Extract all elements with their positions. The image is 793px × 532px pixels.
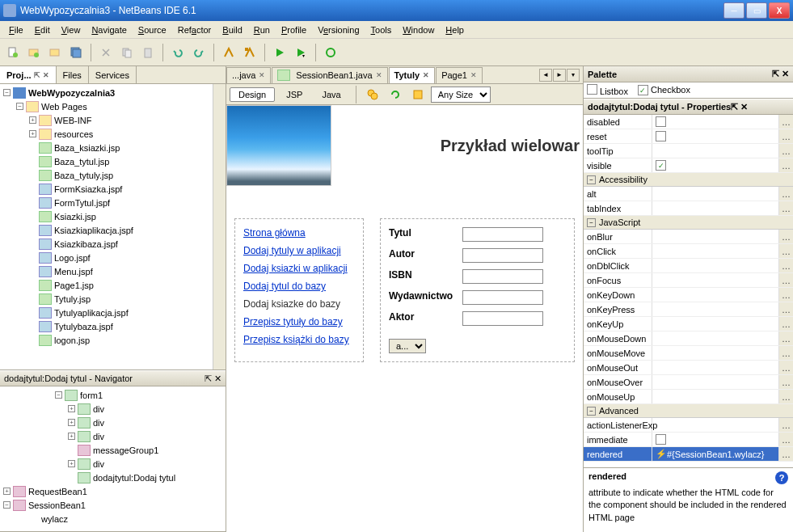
debug-button[interactable]: ▾ xyxy=(291,43,310,62)
pin-icon[interactable]: ⇱ xyxy=(731,102,738,112)
close-icon[interactable]: ✕ xyxy=(740,102,748,112)
design-canvas[interactable]: Przykład wielowar Strona głównaDodaj tyt… xyxy=(226,105,583,532)
scroll-right-button[interactable]: ► xyxy=(553,69,566,82)
property-row[interactable]: toolTip… xyxy=(584,144,793,158)
menu-profile[interactable]: Profile xyxy=(276,23,312,36)
pin-icon[interactable]: ⇱ xyxy=(34,71,40,79)
property-row[interactable]: onBlur… xyxy=(584,230,793,244)
tree-item[interactable]: +RequestBean1 xyxy=(2,484,224,498)
dropdown-button[interactable]: ▾ xyxy=(567,69,580,82)
property-row[interactable]: onKeyUp… xyxy=(584,317,793,331)
palette-body[interactable]: Listbox ✓ Checkbox xyxy=(584,82,793,99)
menu-navigate[interactable]: Navigate xyxy=(86,23,132,36)
tab-projects[interactable]: Proj... ⇱ ✕ xyxy=(0,66,57,83)
tree-item[interactable]: Page1.jsp xyxy=(2,278,224,292)
property-row[interactable]: tabIndex… xyxy=(584,201,793,216)
properties-table[interactable]: disabled…reset…toolTip…visible✓…−Accessi… xyxy=(584,115,793,467)
form-select[interactable]: a... xyxy=(389,339,426,353)
property-row[interactable]: onFocus… xyxy=(584,273,793,288)
build-button[interactable] xyxy=(219,43,238,62)
navigator-panel[interactable]: −form1+div+div+divmessageGroup1+divdodaj… xyxy=(0,386,226,532)
cut-button[interactable] xyxy=(96,43,116,62)
form-input[interactable] xyxy=(462,311,543,326)
tree-item[interactable]: Baza_ksiazki.jsp xyxy=(2,141,224,154)
tree-item[interactable]: +div xyxy=(2,429,224,443)
tree-item[interactable]: wylacz xyxy=(2,512,224,526)
tree-item[interactable]: Tytulybaza.jspf xyxy=(2,319,224,333)
menu-edit[interactable]: Edit xyxy=(29,23,56,36)
open-project-button[interactable] xyxy=(45,43,65,62)
nav-link[interactable]: Dodaj tytuly w aplikacji xyxy=(243,245,355,256)
nav-link[interactable]: Dodaj ksiazki w aplikacji xyxy=(243,263,355,274)
tab-page1[interactable]: Page1✕ xyxy=(436,67,483,83)
close-icon[interactable]: ✕ xyxy=(43,71,49,79)
menu-tools[interactable]: Tools xyxy=(365,23,398,36)
new-file-button[interactable] xyxy=(3,43,23,62)
tree-item[interactable]: FormKsiazka.jspf xyxy=(2,182,224,196)
paste-button[interactable] xyxy=(138,43,158,62)
redo-button[interactable] xyxy=(189,43,209,62)
run-button[interactable] xyxy=(270,43,289,62)
menu-versioning[interactable]: Versioning xyxy=(312,23,365,36)
tree-item[interactable]: Ksiazki.jsp xyxy=(2,209,224,223)
close-button[interactable]: X xyxy=(769,2,790,19)
preview-button[interactable] xyxy=(363,85,382,104)
tree-item[interactable]: Tytulyaplikacja.jspf xyxy=(2,306,224,319)
tree-item[interactable]: +div xyxy=(2,402,224,416)
nav-link[interactable]: Przepisz książki do bazy xyxy=(243,334,355,345)
property-group[interactable]: −Accessibility xyxy=(584,173,793,187)
form-input[interactable] xyxy=(462,290,543,305)
save-all-button[interactable] xyxy=(66,43,86,62)
scroll-left-button[interactable]: ◄ xyxy=(539,69,552,82)
tab-sessionbean[interactable]: SessionBean1.java✕ xyxy=(272,67,387,83)
tree-item[interactable]: +div xyxy=(2,457,224,471)
property-row[interactable]: alt… xyxy=(584,187,793,201)
menu-source[interactable]: Source xyxy=(133,23,172,36)
property-row[interactable]: onMouseOver… xyxy=(584,375,793,390)
design-view-button[interactable]: Design xyxy=(230,87,275,102)
tree-item[interactable]: Logo.jspf xyxy=(2,251,224,264)
menu-file[interactable]: File xyxy=(3,23,29,36)
refresh-button[interactable] xyxy=(386,85,405,104)
property-row[interactable]: onKeyDown… xyxy=(584,288,793,302)
tree-item[interactable]: FormTytul.jspf xyxy=(2,196,224,209)
new-project-button[interactable] xyxy=(24,43,44,62)
close-icon[interactable]: ✕ xyxy=(214,374,221,384)
nav-link[interactable]: Dodaj tytul do bazy xyxy=(243,281,355,292)
undo-button[interactable] xyxy=(168,43,188,62)
help-icon[interactable]: ? xyxy=(775,471,788,484)
property-row[interactable]: reset… xyxy=(584,129,793,144)
profile-button[interactable] xyxy=(321,43,340,62)
property-row[interactable]: disabled… xyxy=(584,115,793,129)
pin-icon[interactable]: ⇱ xyxy=(772,69,779,79)
minimize-button[interactable]: ─ xyxy=(723,2,744,19)
property-row[interactable]: onKeyPress… xyxy=(584,302,793,317)
tree-item[interactable]: Ksiazkibaza.jspf xyxy=(2,237,224,251)
property-row[interactable]: onMouseUp… xyxy=(584,390,793,404)
tree-item[interactable]: messageGroup1 xyxy=(2,443,224,457)
property-row[interactable]: actionListenerExp… xyxy=(584,418,793,433)
menu-view[interactable]: View xyxy=(56,23,86,36)
java-view-button[interactable]: Java xyxy=(314,88,348,101)
menu-help[interactable]: Help xyxy=(440,23,470,36)
property-row[interactable]: visible✓… xyxy=(584,158,793,173)
tree-item[interactable]: −SessionBean1 xyxy=(2,498,224,512)
property-row[interactable]: onMouseOut… xyxy=(584,361,793,375)
tree-item[interactable]: +WEB-INF xyxy=(2,113,224,127)
property-row[interactable]: onDblClick… xyxy=(584,259,793,273)
size-selector[interactable]: Any Size xyxy=(431,87,491,103)
scrollbar[interactable] xyxy=(213,84,226,369)
form-input[interactable] xyxy=(462,227,543,242)
menu-build[interactable]: Build xyxy=(217,23,247,36)
tree-item[interactable]: +resources xyxy=(2,127,224,141)
property-row[interactable]: onMouseDown… xyxy=(584,331,793,346)
copy-button[interactable] xyxy=(117,43,137,62)
property-group[interactable]: −Advanced xyxy=(584,404,793,418)
tree-item[interactable]: logon.jsp xyxy=(2,333,224,347)
nav-link[interactable]: Dodaj ksiazke do bazy xyxy=(243,298,355,310)
project-tree[interactable]: −WebWypozyczalnia3−Web Pages+WEB-INF+res… xyxy=(0,84,226,370)
form-input[interactable] xyxy=(462,269,543,284)
tab-tytuly[interactable]: Tytuly✕ xyxy=(389,67,436,83)
tree-item[interactable]: Ksiazkiaplikacja.jspf xyxy=(2,223,224,237)
tree-item[interactable]: Menu.jspf xyxy=(2,264,224,278)
